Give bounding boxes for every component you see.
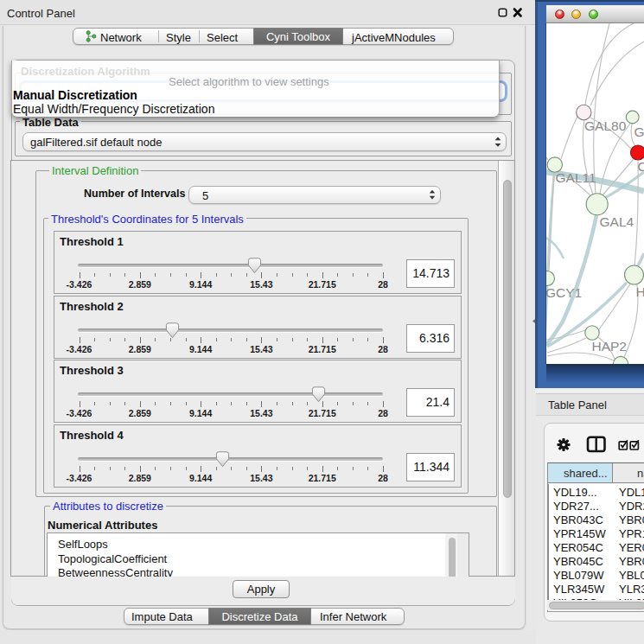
svg-text:GCY1: GCY1 bbox=[546, 285, 582, 300]
svg-text:CY: CY bbox=[638, 159, 644, 174]
svg-text:HAP2: HAP2 bbox=[592, 339, 628, 354]
svg-text:GAL11: GAL11 bbox=[556, 170, 596, 185]
svg-text:HI: HI bbox=[636, 284, 644, 299]
svg-text:GAL80: GAL80 bbox=[584, 118, 627, 133]
svg-text:GA: GA bbox=[634, 124, 644, 139]
svg-text:GAL4: GAL4 bbox=[600, 214, 634, 229]
